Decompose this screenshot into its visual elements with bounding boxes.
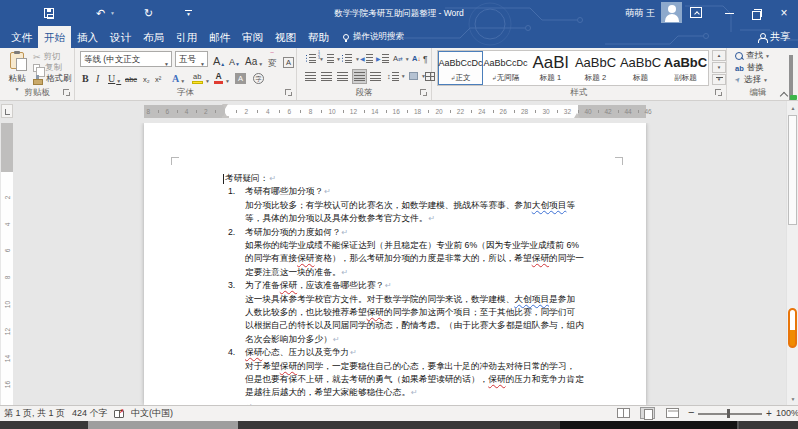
line-spacing-button[interactable]: ↕▼ bbox=[387, 70, 406, 83]
clipboard-dialog-launcher[interactable] bbox=[63, 89, 71, 97]
tab-开始[interactable]: 开始 bbox=[38, 26, 71, 48]
minimize-button[interactable] bbox=[715, 0, 743, 26]
justify-button[interactable] bbox=[353, 70, 366, 83]
tab-引用[interactable]: 引用 bbox=[170, 26, 203, 48]
text-effects-button[interactable]: A▼ bbox=[172, 69, 185, 84]
tab-视图[interactable]: 视图 bbox=[269, 26, 302, 48]
document-line[interactable]: 定要注意这一块的准备。↵ bbox=[144, 266, 646, 279]
subscript-button[interactable]: x₂ bbox=[143, 69, 150, 84]
enclose-characters-button[interactable]: 字 bbox=[253, 69, 264, 84]
read-mode-button[interactable] bbox=[617, 408, 630, 418]
superscript-button[interactable]: x² bbox=[155, 69, 161, 84]
page-indicator[interactable]: 第 1 页, 共 1 页 bbox=[4, 406, 65, 421]
styles-scroll-up[interactable]: ▲ bbox=[712, 50, 726, 61]
undo-dropdown-icon[interactable]: ▼ bbox=[110, 0, 115, 26]
scroll-up-icon[interactable]: ▲ bbox=[787, 102, 798, 114]
zoom-percentage[interactable]: 100% bbox=[776, 406, 798, 421]
copy-button[interactable]: 复制 bbox=[33, 63, 62, 73]
language-indicator[interactable]: 中文(中国) bbox=[131, 406, 173, 421]
document-line[interactable]: 等，具体的加分项以及具体分数参考官方文件。↵ bbox=[144, 212, 646, 225]
change-case-button[interactable]: Aa▼ bbox=[245, 52, 263, 67]
word-count[interactable]: 424 个字 bbox=[72, 406, 108, 421]
show-marks-button[interactable]: ¶ bbox=[423, 52, 428, 65]
document-line[interactable]: 人数比较多的，也比较推荐希望保研的同学参加这两个项目；至于其他比赛，同学们可 bbox=[144, 306, 646, 319]
document-line[interactable]: 但是也要有保不上研，就去考研的勇气（如果希望读研的话），保研的压力和竞争力肯定 bbox=[144, 373, 646, 386]
ribbon-scrollbar[interactable] bbox=[789, 55, 793, 100]
font-color-button[interactable]: A▼ bbox=[214, 69, 230, 84]
tab-插入[interactable]: 插入 bbox=[71, 26, 104, 48]
web-layout-button[interactable] bbox=[666, 408, 679, 418]
paragraph-dialog-launcher[interactable] bbox=[420, 89, 428, 97]
restore-button[interactable] bbox=[742, 0, 770, 26]
font-size-combo[interactable]: 五号▼ bbox=[175, 51, 208, 67]
character-shading-button[interactable]: A bbox=[235, 69, 246, 84]
save-icon[interactable] bbox=[44, 0, 54, 26]
document-line[interactable]: 3.为了准备保研，应该准备哪些比赛？↵ bbox=[144, 279, 646, 292]
style-标题 2[interactable]: AaBbC标题 2 bbox=[573, 51, 618, 85]
share-button[interactable]: 共享 bbox=[758, 26, 790, 48]
font-dialog-launcher[interactable] bbox=[285, 89, 293, 97]
right-indent-marker[interactable] bbox=[574, 110, 580, 118]
document-line[interactable]: 是越往后越大的，希望大家能够稳住心态。↵ bbox=[144, 386, 646, 399]
style-标题[interactable]: AaBbC标题 bbox=[618, 51, 663, 85]
styles-scroll-down[interactable]: ▼ bbox=[712, 62, 726, 73]
taskbar-item[interactable] bbox=[88, 421, 238, 429]
user-name[interactable]: 萌萌 王 bbox=[625, 0, 655, 26]
find-button[interactable]: 查找▼ bbox=[735, 51, 770, 61]
style-副标题[interactable]: AaBbC副标题 bbox=[663, 51, 708, 85]
document-line[interactable]: 考研疑问：↵ bbox=[144, 172, 646, 185]
tab-文件[interactable]: 文件 bbox=[5, 26, 38, 48]
italic-button[interactable]: I bbox=[96, 69, 99, 84]
multilevel-list-button[interactable]: ▼ bbox=[341, 52, 360, 65]
document-line[interactable]: 名次会影响加分多少）↵ bbox=[144, 333, 646, 346]
collapse-ribbon-icon[interactable] bbox=[780, 90, 788, 98]
grow-font-button[interactable]: A▲ bbox=[213, 52, 225, 67]
document-line[interactable]: 加分项比较多；有学校认可的比赛名次，如数学建模、挑战杯等赛事、参加大创项目等 bbox=[144, 199, 646, 212]
select-button[interactable]: ➤选择▼ bbox=[735, 75, 768, 85]
scrollbar-thumb[interactable] bbox=[788, 115, 797, 225]
align-right-button[interactable] bbox=[337, 70, 348, 83]
format-painter-button[interactable]: 格式刷 bbox=[33, 74, 72, 84]
font-name-combo[interactable]: 等线 (中文正文▼ bbox=[80, 51, 172, 67]
cut-button[interactable]: ✂剪切 bbox=[33, 52, 61, 62]
tab-帮助[interactable]: 帮助 bbox=[302, 26, 335, 48]
undo-icon[interactable]: ↶ bbox=[96, 0, 105, 26]
tab-布局[interactable]: 布局 bbox=[137, 26, 170, 48]
avatar[interactable] bbox=[661, 2, 682, 23]
document-line[interactable]: 以根据自己的特长以及同届同学的动态，酌情考虑。（由于比赛大多都是组队参与，组内 bbox=[144, 319, 646, 332]
scroll-down-icon[interactable]: ▼ bbox=[787, 393, 798, 405]
styles-more[interactable]: ▼ bbox=[712, 74, 726, 85]
highlight-button[interactable]: ab▼ bbox=[192, 69, 210, 84]
shrink-font-button[interactable]: A▼ bbox=[229, 52, 240, 67]
document-line[interactable]: 4.保研心态、压力以及竞争力↵ bbox=[144, 346, 646, 359]
zoom-slider-track[interactable] bbox=[698, 413, 762, 415]
zoom-slider-thumb[interactable] bbox=[727, 409, 730, 418]
bold-button[interactable]: B bbox=[82, 69, 89, 84]
distribute-button[interactable] bbox=[370, 70, 381, 83]
zoom-in-button[interactable]: + bbox=[766, 406, 772, 421]
qat-customize-icon[interactable]: ▼ bbox=[185, 0, 192, 26]
proofing-icon[interactable] bbox=[114, 410, 124, 418]
redo-icon[interactable]: ↻ bbox=[144, 0, 153, 26]
document-line[interactable]: 2.考研加分项的力度如何？↵ bbox=[144, 226, 646, 239]
left-indent-marker[interactable] bbox=[222, 116, 229, 119]
replace-button[interactable]: ab替换 bbox=[735, 63, 764, 73]
underline-button[interactable]: U▼ bbox=[108, 69, 121, 84]
style-标题 1[interactable]: AaBl标题 1 bbox=[528, 51, 573, 85]
zoom-out-button[interactable]: − bbox=[688, 405, 694, 420]
document-line[interactable]: 如果你的纯学业成绩不能保证达到（并且稳定在）专业前 6%（因为专业学业成绩前 6… bbox=[144, 239, 646, 252]
close-button[interactable]: × bbox=[770, 0, 798, 26]
style-正文[interactable]: AaBbCcDc↲正文 bbox=[438, 51, 483, 85]
document-line[interactable]: 1.考研有哪些加分项？↵ bbox=[144, 185, 646, 198]
tell-me-search[interactable]: 操作说明搜索 bbox=[343, 26, 404, 48]
shading-button[interactable]: ▼ bbox=[409, 70, 426, 83]
styles-dialog-launcher[interactable] bbox=[715, 89, 723, 97]
tab-selector[interactable] bbox=[1, 104, 13, 118]
document-line[interactable]: 对于希望保研的同学，一定要稳住自己的心态，要拿出十足的冲劲去对待日常的学习， bbox=[144, 360, 646, 373]
increase-indent-button[interactable]: ▶ bbox=[376, 52, 389, 65]
paste-button[interactable]: 粘贴 ▼ bbox=[4, 52, 30, 92]
tab-邮件[interactable]: 邮件 bbox=[203, 26, 236, 48]
align-left-button[interactable] bbox=[305, 70, 316, 83]
align-center-button[interactable] bbox=[321, 70, 332, 83]
print-layout-button[interactable] bbox=[640, 407, 655, 419]
